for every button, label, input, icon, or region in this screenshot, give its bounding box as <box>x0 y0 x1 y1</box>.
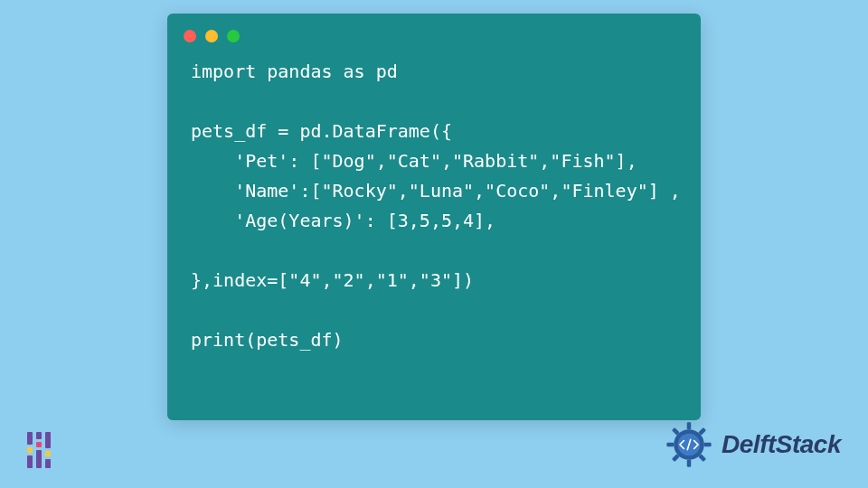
code-window: import pandas as pd pets_df = pd.DataFra… <box>167 14 701 420</box>
svg-rect-4 <box>704 443 712 446</box>
close-icon[interactable] <box>184 30 196 42</box>
minimize-icon[interactable] <box>205 30 218 42</box>
brand-logo: DelftStack <box>664 419 841 470</box>
code-line: 'Age(Years)': [3,5,5,4], <box>191 210 495 231</box>
maximize-icon[interactable] <box>227 30 240 42</box>
window-controls <box>167 14 701 52</box>
code-line: pets_df = pd.DataFrame({ <box>191 120 452 142</box>
code-line: import pandas as pd <box>191 61 398 82</box>
code-line: 'Name':["Rocky","Luna","Coco","Finley"] … <box>191 180 681 202</box>
code-content: import pandas as pd pets_df = pd.DataFra… <box>167 52 701 373</box>
code-line: 'Pet': ["Dog","Cat","Rabbit","Fish"], <box>191 150 637 172</box>
svg-rect-3 <box>666 443 674 446</box>
code-line: print(pets_df) <box>191 329 344 351</box>
code-line: },index=["4","2","1","3"]) <box>191 269 474 291</box>
svg-rect-2 <box>687 460 691 467</box>
gear-code-icon <box>664 419 714 470</box>
logo-bars-icon <box>27 432 51 468</box>
brand-name: DelftStack <box>722 430 841 459</box>
svg-rect-1 <box>687 422 691 429</box>
